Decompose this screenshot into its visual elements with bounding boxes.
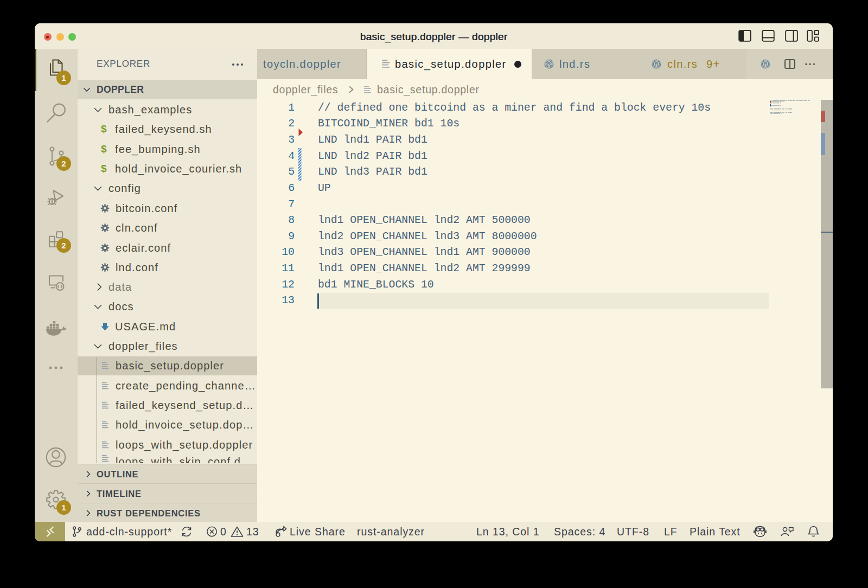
svg-text:R: R — [764, 61, 768, 67]
svg-text:R: R — [547, 61, 551, 67]
svg-text:R: R — [655, 61, 659, 67]
